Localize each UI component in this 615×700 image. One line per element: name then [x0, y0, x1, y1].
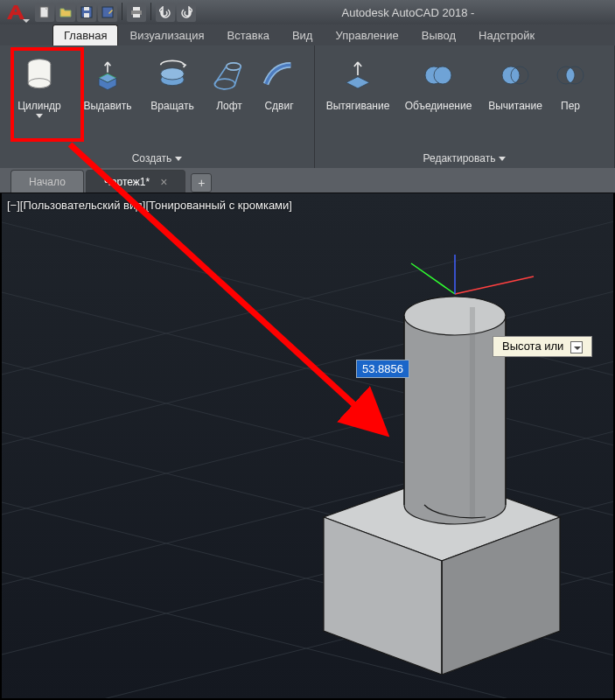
svg-rect-7	[133, 14, 140, 18]
loft-icon	[208, 54, 250, 96]
chevron-down-icon	[36, 114, 43, 118]
panel-create: Цилиндр Выдавить Вращать	[0, 46, 315, 168]
ribbon-tab-output[interactable]: Вывод	[410, 24, 467, 46]
dropdown-indicator-icon[interactable]	[570, 341, 583, 354]
ribbon-tab-addins[interactable]: Надстройк	[467, 24, 546, 46]
tool-sweep-label: Сдвиг	[264, 100, 293, 112]
tool-extrude-label: Выдавить	[83, 100, 131, 112]
save-icon	[80, 6, 93, 18]
svg-rect-4	[102, 7, 113, 18]
ribbon-tab-view[interactable]: Вид	[281, 24, 325, 46]
doc-tab-start[interactable]: Начало	[10, 170, 84, 192]
tool-subtract[interactable]: Вычитание	[479, 49, 551, 145]
ribbon-tab-insert[interactable]: Вставка	[216, 24, 281, 46]
presspull-icon	[337, 54, 379, 96]
autocad-logo-icon	[5, 4, 26, 21]
print-icon	[130, 6, 143, 18]
model-3d	[289, 255, 586, 675]
tool-presspull[interactable]: Вытягивание	[318, 49, 397, 145]
doc-tab-drawing1[interactable]: Чертеж1*×	[86, 170, 186, 192]
tool-intersect-label: Пер	[561, 100, 580, 112]
tool-revolve[interactable]: Вращать	[140, 49, 205, 145]
plus-icon: +	[198, 176, 205, 190]
undo-icon	[159, 6, 171, 18]
qat-redo-button[interactable]	[177, 3, 196, 22]
viewport[interactable]: [−][Пользовательский вид][Тонированный с…	[0, 192, 615, 700]
qat-print-button[interactable]	[127, 3, 146, 22]
document-tab-bar: Начало Чертеж1*× +	[0, 168, 615, 192]
qat-undo-button[interactable]	[156, 3, 175, 22]
tool-sweep[interactable]: Сдвиг	[254, 49, 304, 145]
open-folder-icon	[59, 6, 72, 18]
svg-line-34	[411, 263, 455, 294]
tool-loft-label: Лофт	[216, 100, 242, 112]
tool-extrude[interactable]: Выдавить	[75, 49, 140, 145]
svg-rect-3	[84, 7, 89, 10]
revolve-icon	[151, 54, 193, 96]
tool-presspull-label: Вытягивание	[326, 100, 390, 112]
panel-create-title[interactable]: Создать	[0, 149, 314, 168]
dynamic-input-value[interactable]: 53.8856	[356, 360, 409, 378]
ribbon: Цилиндр Выдавить Вращать	[0, 46, 615, 168]
app-logo-button[interactable]	[0, 0, 31, 24]
panel-edit-title[interactable]: Редактировать	[315, 149, 614, 168]
svg-rect-2	[84, 13, 89, 18]
redo-icon	[180, 6, 192, 18]
panel-edit: Вытягивание Объединение Вычитание	[315, 46, 615, 168]
qat-save-button[interactable]	[77, 3, 96, 22]
tool-subtract-label: Вычитание	[488, 100, 542, 112]
svg-point-12	[227, 63, 241, 70]
chevron-down-icon	[175, 157, 182, 161]
intersect-icon	[549, 54, 591, 96]
svg-point-15	[434, 66, 451, 84]
add-tab-button[interactable]: +	[191, 173, 212, 192]
ribbon-tab-manage[interactable]: Управление	[324, 24, 409, 46]
tool-intersect[interactable]: Пер	[551, 49, 590, 145]
extrude-icon	[87, 54, 129, 96]
ribbon-tab-home[interactable]: Главная	[52, 24, 118, 46]
window-title: Autodesk AutoCAD 2018 -	[201, 6, 615, 19]
qat-new-button[interactable]	[35, 3, 54, 22]
svg-point-37	[404, 297, 506, 335]
tool-loft[interactable]: Лофт	[205, 49, 254, 145]
new-file-icon	[38, 6, 51, 18]
ribbon-tab-strip: Главная Визуализация Вставка Вид Управле…	[0, 24, 615, 46]
chevron-down-icon	[499, 157, 506, 161]
union-icon	[417, 54, 459, 96]
svg-rect-6	[133, 7, 140, 10]
cylinder-icon	[18, 54, 60, 96]
tool-revolve-label: Вращать	[150, 100, 193, 112]
subtract-icon	[494, 54, 536, 96]
chevron-down-icon	[23, 19, 30, 23]
quick-access-toolbar	[31, 3, 201, 22]
ribbon-tab-visualize[interactable]: Визуализация	[118, 24, 215, 46]
tool-cylinder[interactable]: Цилиндр	[3, 49, 75, 145]
svg-line-33	[455, 276, 534, 294]
tool-union[interactable]: Объединение	[397, 49, 479, 145]
sweep-icon	[258, 54, 300, 96]
close-icon[interactable]: ×	[160, 175, 167, 189]
title-bar: Autodesk AutoCAD 2018 -	[0, 0, 615, 24]
qat-open-button[interactable]	[56, 3, 75, 22]
tool-cylinder-label: Цилиндр	[17, 100, 61, 112]
qat-saveas-button[interactable]	[98, 3, 117, 22]
svg-point-11	[161, 68, 185, 80]
viewport-label[interactable]: [−][Пользовательский вид][Тонированный с…	[7, 199, 292, 212]
command-tooltip: Высота или	[493, 336, 592, 357]
tool-union-label: Объединение	[405, 100, 472, 112]
save-as-icon	[101, 6, 114, 18]
